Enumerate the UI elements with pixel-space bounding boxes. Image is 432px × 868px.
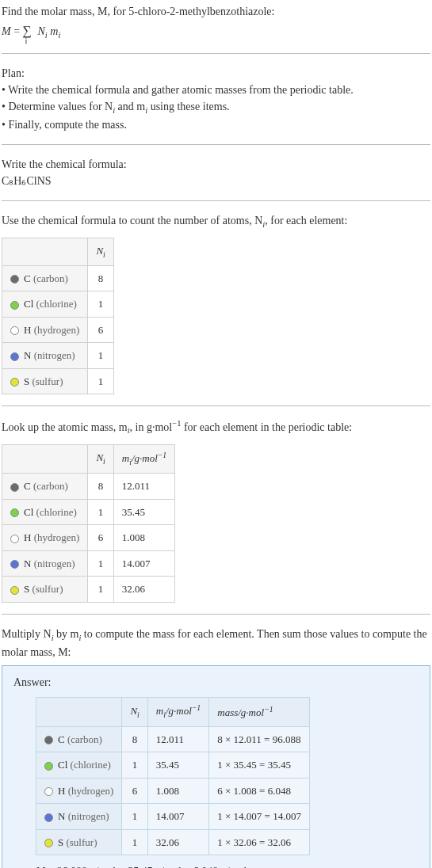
element-cell: S (sulfur) [2, 577, 88, 603]
mi-cell: 14.007 [113, 550, 174, 577]
multiply-text: Multiply Ni by mi to compute the mass fo… [2, 626, 430, 661]
table-row: N (nitrogen)1 [2, 343, 114, 369]
answer-box: Answer: Ni mi/g·mol−1 mass/g·mol−1 C (ca… [2, 665, 430, 868]
table-row: Cl (chlorine)135.45 [2, 499, 175, 525]
element-name: (nitrogen) [34, 558, 75, 569]
table-row: S (sulfur)132.061 × 32.06 = 32.06 [36, 829, 310, 855]
table-row: H (hydrogen)6 [2, 317, 114, 343]
element-symbol: C [24, 272, 31, 284]
col-mass: mass/g·mol−1 [209, 698, 310, 727]
mi-cell: 12.011 [147, 726, 208, 752]
col-element [36, 698, 122, 727]
table-row: S (sulfur)132.06 [2, 577, 175, 603]
element-name: (carbon) [67, 733, 102, 745]
table-row: C (carbon)812.011 [2, 474, 175, 500]
table-row: Cl (chlorine)135.451 × 35.45 = 35.45 [36, 752, 310, 779]
element-symbol: Cl [24, 298, 33, 310]
plan-bullet-1: • Write the chemical formula and gather … [2, 82, 430, 98]
element-cell: S (sulfur) [36, 829, 122, 855]
molar-mass-formula: M = ∑ i Ni mi [2, 21, 430, 42]
mi-cell: 1.008 [147, 778, 208, 804]
divider [2, 614, 430, 615]
element-name: (nitrogen) [68, 810, 109, 822]
sigma-icon: ∑ i [23, 25, 35, 37]
element-dot-icon [44, 813, 53, 822]
ni-cell: 1 [88, 550, 113, 577]
col-element [2, 238, 88, 265]
mass-cell: 1 × 14.007 = 14.007 [209, 804, 310, 830]
mi-cell: 35.45 [113, 499, 174, 525]
plan-heading: Plan: [2, 65, 430, 82]
element-symbol: S [24, 583, 29, 595]
element-symbol: Cl [24, 506, 33, 518]
element-name: (hydrogen) [34, 531, 80, 543]
element-dot-icon [10, 535, 19, 543]
divider [2, 405, 430, 406]
element-symbol: Cl [58, 759, 67, 771]
ni-cell: 8 [88, 265, 113, 291]
element-symbol: N [24, 349, 31, 361]
ni-cell: 1 [122, 752, 147, 779]
element-cell: N (nitrogen) [36, 804, 122, 830]
element-symbol: H [24, 324, 31, 336]
element-cell: N (nitrogen) [2, 343, 88, 369]
element-name: (chlorine) [71, 759, 111, 771]
col-mi: mi/g·mol−1 [113, 444, 174, 474]
mi-cell: 12.011 [113, 474, 174, 500]
formula-Ni: Ni [37, 25, 47, 37]
atom-count-table: Ni C (carbon)8Cl (chlorine)1H (hydrogen)… [2, 238, 114, 395]
element-cell: C (carbon) [2, 474, 88, 500]
element-name: (chlorine) [36, 506, 77, 518]
element-dot-icon [10, 352, 19, 361]
table-row: H (hydrogen)61.008 [2, 525, 175, 551]
element-name: (carbon) [33, 272, 68, 284]
table-row: C (carbon)8 [2, 265, 114, 291]
element-symbol: C [24, 480, 31, 492]
element-cell: Cl (chlorine) [2, 291, 88, 318]
mass-cell: 8 × 12.011 = 96.088 [209, 726, 310, 752]
mi-cell: 32.06 [113, 577, 174, 603]
element-name: (hydrogen) [68, 785, 114, 797]
element-name: (sulfur) [32, 375, 63, 387]
element-dot-icon [10, 275, 19, 284]
element-cell: H (hydrogen) [2, 525, 88, 551]
table-row: Cl (chlorine)1 [2, 291, 114, 318]
element-symbol: N [58, 810, 65, 822]
element-dot-icon [44, 762, 53, 771]
element-cell: S (sulfur) [2, 368, 88, 394]
col-ni: Ni [88, 238, 113, 265]
table-row: C (carbon)812.0118 × 12.011 = 96.088 [36, 726, 310, 752]
ni-cell: 1 [88, 343, 113, 369]
answer-table: Ni mi/g·mol−1 mass/g·mol−1 C (carbon)812… [36, 697, 310, 855]
divider [2, 53, 430, 54]
element-symbol: C [58, 733, 65, 745]
ni-cell: 8 [88, 474, 113, 500]
element-dot-icon [10, 326, 19, 335]
ni-cell: 1 [88, 291, 113, 318]
mi-cell: 1.008 [113, 525, 174, 551]
element-dot-icon [10, 508, 19, 517]
lookup-text: Look up the atomic mass, mi, in g·mol−1 … [2, 417, 430, 437]
element-cell: C (carbon) [2, 265, 88, 291]
element-dot-icon [44, 787, 53, 796]
divider [2, 144, 430, 145]
chemical-formula: C₈H₆ClNS [2, 173, 430, 189]
element-name: (sulfur) [32, 583, 63, 595]
element-name: (chlorine) [36, 298, 77, 310]
element-name: (sulfur) [66, 836, 97, 848]
element-cell: Cl (chlorine) [2, 499, 88, 525]
element-symbol: N [24, 558, 31, 569]
col-ni: Ni [122, 698, 147, 727]
mi-cell: 14.007 [147, 804, 208, 830]
col-mi: mi/g·mol−1 [147, 698, 208, 727]
element-cell: H (hydrogen) [2, 317, 88, 343]
table-row: N (nitrogen)114.007 [2, 550, 175, 577]
ni-cell: 1 [122, 829, 147, 855]
ni-cell: 1 [88, 368, 113, 394]
plan-bullet-2: • Determine values for Ni and mi using t… [2, 98, 430, 117]
formula-mi: mi [50, 25, 60, 37]
formula-M: M = [2, 25, 23, 37]
plan-bullet-3: • Finally, compute the mass. [2, 116, 430, 133]
ni-cell: 8 [122, 726, 147, 752]
mi-cell: 35.45 [147, 752, 208, 779]
